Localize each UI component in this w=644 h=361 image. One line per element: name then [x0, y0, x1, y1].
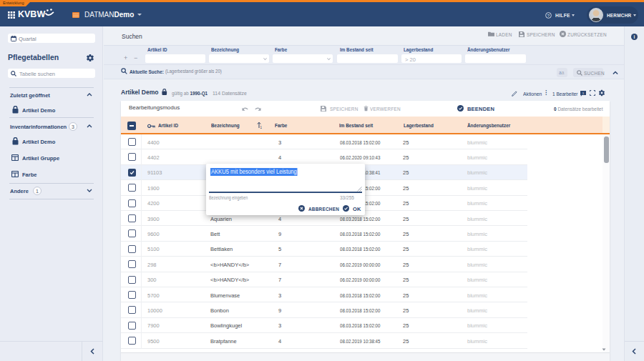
svg-text:1: 1	[260, 126, 263, 129]
svg-text:?: ?	[547, 13, 550, 17]
